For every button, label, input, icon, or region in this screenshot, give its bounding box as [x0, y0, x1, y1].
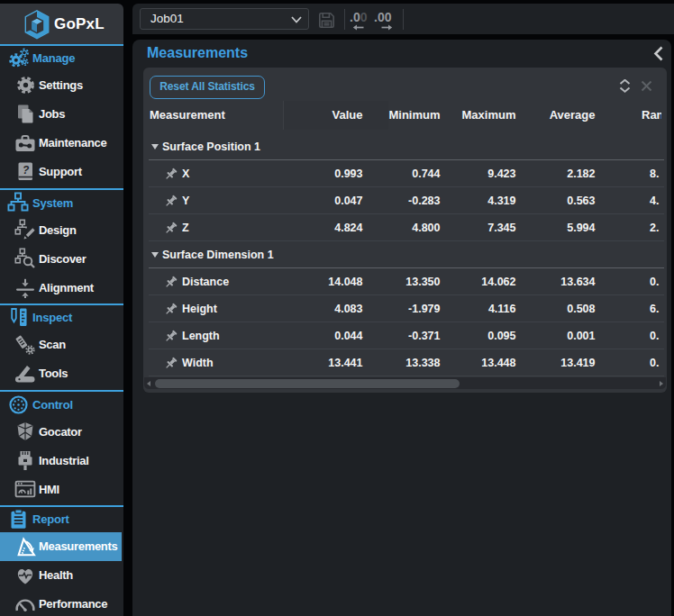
svg-text:?: ?	[22, 164, 29, 177]
